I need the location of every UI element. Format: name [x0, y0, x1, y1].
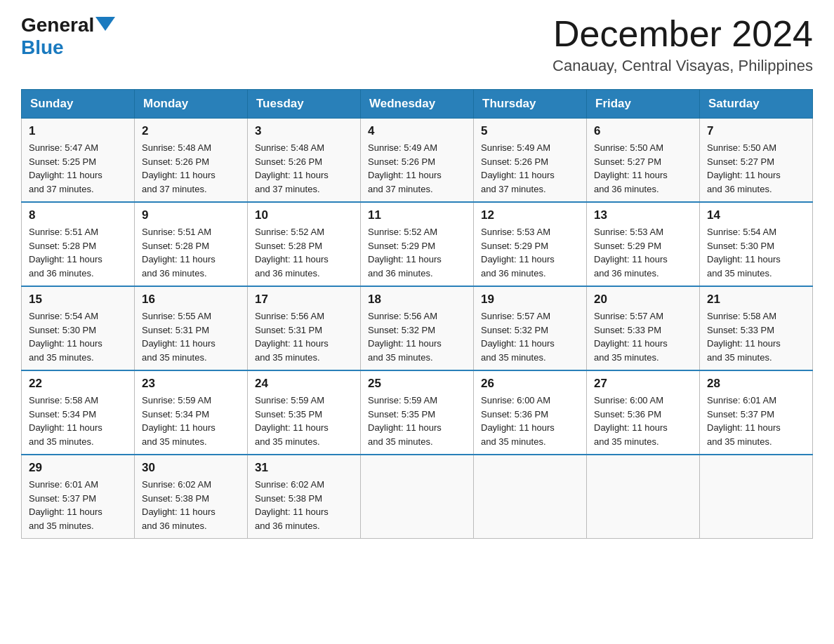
day-number: 20 — [594, 293, 692, 307]
day-info: Sunrise: 5:58 AMSunset: 5:33 PMDaylight:… — [707, 309, 805, 364]
calendar-cell: 1Sunrise: 5:47 AMSunset: 5:25 PMDaylight… — [22, 119, 135, 203]
day-number: 12 — [481, 208, 579, 222]
calendar-cell: 28Sunrise: 6:01 AMSunset: 5:37 PMDayligh… — [700, 370, 813, 455]
month-title: December 2024 — [552, 14, 813, 54]
day-number: 25 — [368, 377, 466, 391]
day-number: 18 — [368, 293, 466, 307]
day-number: 6 — [594, 124, 692, 138]
calendar-cell: 6Sunrise: 5:50 AMSunset: 5:27 PMDaylight… — [587, 119, 700, 203]
day-number: 1 — [29, 124, 127, 138]
day-info: Sunrise: 6:01 AMSunset: 5:37 PMDaylight:… — [29, 478, 127, 532]
day-number: 24 — [255, 377, 353, 391]
calendar-cell — [587, 455, 700, 539]
day-info: Sunrise: 5:56 AMSunset: 5:31 PMDaylight:… — [255, 309, 353, 364]
day-number: 13 — [594, 208, 692, 222]
day-info: Sunrise: 5:55 AMSunset: 5:31 PMDaylight:… — [142, 309, 240, 364]
calendar-cell: 12Sunrise: 5:53 AMSunset: 5:29 PMDayligh… — [474, 202, 587, 286]
day-info: Sunrise: 6:00 AMSunset: 5:36 PMDaylight:… — [594, 394, 692, 448]
day-info: Sunrise: 5:57 AMSunset: 5:32 PMDaylight:… — [481, 309, 579, 364]
calendar-cell: 26Sunrise: 6:00 AMSunset: 5:36 PMDayligh… — [474, 370, 587, 455]
calendar-cell: 31Sunrise: 6:02 AMSunset: 5:38 PMDayligh… — [248, 455, 361, 539]
calendar-cell: 21Sunrise: 5:58 AMSunset: 5:33 PMDayligh… — [700, 286, 813, 370]
day-number: 4 — [368, 124, 466, 138]
calendar-cell: 13Sunrise: 5:53 AMSunset: 5:29 PMDayligh… — [587, 202, 700, 286]
calendar-cell — [361, 455, 474, 539]
day-number: 22 — [29, 377, 127, 391]
day-info: Sunrise: 5:56 AMSunset: 5:32 PMDaylight:… — [368, 309, 466, 364]
day-number: 17 — [255, 293, 353, 307]
day-info: Sunrise: 6:01 AMSunset: 5:37 PMDaylight:… — [707, 394, 805, 448]
week-row-4: 22Sunrise: 5:58 AMSunset: 5:34 PMDayligh… — [22, 370, 813, 455]
weekday-header-thursday: Thursday — [474, 90, 587, 119]
logo-triangle-icon — [95, 17, 115, 31]
week-row-2: 8Sunrise: 5:51 AMSunset: 5:28 PMDaylight… — [22, 202, 813, 286]
day-info: Sunrise: 5:48 AMSunset: 5:26 PMDaylight:… — [255, 141, 353, 196]
day-info: Sunrise: 5:52 AMSunset: 5:28 PMDaylight:… — [255, 225, 353, 280]
calendar-table: SundayMondayTuesdayWednesdayThursdayFrid… — [21, 89, 813, 539]
day-info: Sunrise: 5:52 AMSunset: 5:29 PMDaylight:… — [368, 225, 466, 280]
calendar-cell: 10Sunrise: 5:52 AMSunset: 5:28 PMDayligh… — [248, 202, 361, 286]
weekday-header-friday: Friday — [587, 90, 700, 119]
day-info: Sunrise: 5:47 AMSunset: 5:25 PMDaylight:… — [29, 141, 127, 196]
calendar-cell: 24Sunrise: 5:59 AMSunset: 5:35 PMDayligh… — [248, 370, 361, 455]
day-number: 23 — [142, 377, 240, 391]
day-number: 16 — [142, 293, 240, 307]
day-info: Sunrise: 5:50 AMSunset: 5:27 PMDaylight:… — [594, 141, 692, 196]
day-number: 31 — [255, 461, 353, 475]
day-info: Sunrise: 6:02 AMSunset: 5:38 PMDaylight:… — [142, 478, 240, 532]
weekday-header-wednesday: Wednesday — [361, 90, 474, 119]
week-row-3: 15Sunrise: 5:54 AMSunset: 5:30 PMDayligh… — [22, 286, 813, 370]
week-row-1: 1Sunrise: 5:47 AMSunset: 5:25 PMDaylight… — [22, 119, 813, 203]
calendar-cell: 9Sunrise: 5:51 AMSunset: 5:28 PMDaylight… — [135, 202, 248, 286]
day-info: Sunrise: 5:53 AMSunset: 5:29 PMDaylight:… — [594, 225, 692, 280]
weekday-header-row: SundayMondayTuesdayWednesdayThursdayFrid… — [22, 90, 813, 119]
day-number: 21 — [707, 293, 805, 307]
calendar-cell: 11Sunrise: 5:52 AMSunset: 5:29 PMDayligh… — [361, 202, 474, 286]
day-info: Sunrise: 5:59 AMSunset: 5:35 PMDaylight:… — [255, 394, 353, 448]
weekday-header-saturday: Saturday — [700, 90, 813, 119]
day-number: 26 — [481, 377, 579, 391]
calendar-cell: 30Sunrise: 6:02 AMSunset: 5:38 PMDayligh… — [135, 455, 248, 539]
calendar-cell: 4Sunrise: 5:49 AMSunset: 5:26 PMDaylight… — [361, 119, 474, 203]
title-section: December 2024 Canauay, Central Visayas, … — [552, 14, 813, 75]
calendar-cell: 25Sunrise: 5:59 AMSunset: 5:35 PMDayligh… — [361, 370, 474, 455]
day-info: Sunrise: 5:59 AMSunset: 5:35 PMDaylight:… — [368, 394, 466, 448]
calendar-cell: 23Sunrise: 5:59 AMSunset: 5:34 PMDayligh… — [135, 370, 248, 455]
weekday-header-monday: Monday — [135, 90, 248, 119]
logo: General Blue — [21, 14, 115, 59]
day-number: 28 — [707, 377, 805, 391]
day-number: 29 — [29, 461, 127, 475]
day-info: Sunrise: 5:57 AMSunset: 5:33 PMDaylight:… — [594, 309, 692, 364]
calendar-cell: 7Sunrise: 5:50 AMSunset: 5:27 PMDaylight… — [700, 119, 813, 203]
calendar-cell: 8Sunrise: 5:51 AMSunset: 5:28 PMDaylight… — [22, 202, 135, 286]
calendar-cell: 18Sunrise: 5:56 AMSunset: 5:32 PMDayligh… — [361, 286, 474, 370]
day-info: Sunrise: 6:00 AMSunset: 5:36 PMDaylight:… — [481, 394, 579, 448]
day-number: 19 — [481, 293, 579, 307]
day-info: Sunrise: 5:51 AMSunset: 5:28 PMDaylight:… — [142, 225, 240, 280]
calendar-cell: 19Sunrise: 5:57 AMSunset: 5:32 PMDayligh… — [474, 286, 587, 370]
day-info: Sunrise: 6:02 AMSunset: 5:38 PMDaylight:… — [255, 478, 353, 532]
calendar-cell: 2Sunrise: 5:48 AMSunset: 5:26 PMDaylight… — [135, 119, 248, 203]
calendar-cell: 17Sunrise: 5:56 AMSunset: 5:31 PMDayligh… — [248, 286, 361, 370]
day-info: Sunrise: 5:54 AMSunset: 5:30 PMDaylight:… — [707, 225, 805, 280]
day-info: Sunrise: 5:51 AMSunset: 5:28 PMDaylight:… — [29, 225, 127, 280]
day-info: Sunrise: 5:48 AMSunset: 5:26 PMDaylight:… — [142, 141, 240, 196]
day-number: 30 — [142, 461, 240, 475]
page-header: General Blue December 2024 Canauay, Cent… — [21, 14, 813, 75]
day-number: 5 — [481, 124, 579, 138]
day-number: 11 — [368, 208, 466, 222]
calendar-cell: 14Sunrise: 5:54 AMSunset: 5:30 PMDayligh… — [700, 202, 813, 286]
weekday-header-tuesday: Tuesday — [248, 90, 361, 119]
calendar-cell: 20Sunrise: 5:57 AMSunset: 5:33 PMDayligh… — [587, 286, 700, 370]
day-number: 3 — [255, 124, 353, 138]
day-info: Sunrise: 5:59 AMSunset: 5:34 PMDaylight:… — [142, 394, 240, 448]
logo-general-text: General — [21, 14, 94, 36]
logo-blue-text: Blue — [21, 36, 64, 59]
calendar-cell: 22Sunrise: 5:58 AMSunset: 5:34 PMDayligh… — [22, 370, 135, 455]
day-number: 9 — [142, 208, 240, 222]
day-number: 14 — [707, 208, 805, 222]
day-info: Sunrise: 5:53 AMSunset: 5:29 PMDaylight:… — [481, 225, 579, 280]
day-info: Sunrise: 5:49 AMSunset: 5:26 PMDaylight:… — [481, 141, 579, 196]
day-info: Sunrise: 5:50 AMSunset: 5:27 PMDaylight:… — [707, 141, 805, 196]
day-number: 7 — [707, 124, 805, 138]
